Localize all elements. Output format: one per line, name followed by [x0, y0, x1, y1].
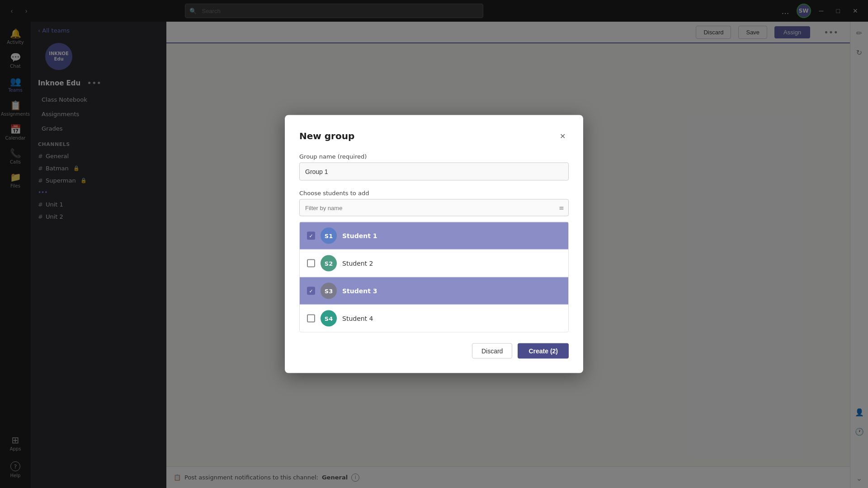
student-row-4[interactable]: S4 Student 4: [300, 305, 568, 332]
group-name-input[interactable]: [299, 163, 569, 181]
student-1-checkbox[interactable]: [307, 232, 315, 240]
student-list: S1 Student 1 S2 Student 2 S3 Student 3 S…: [299, 222, 569, 333]
student-4-checkbox[interactable]: [307, 314, 315, 323]
dialog-close-button[interactable]: ✕: [556, 130, 569, 142]
student-3-avatar: S3: [321, 283, 337, 299]
group-name-label: Group name (required): [299, 153, 569, 160]
filter-icon: ≡: [559, 204, 564, 211]
student-row-2[interactable]: S2 Student 2: [300, 250, 568, 277]
student-3-checkbox[interactable]: [307, 287, 315, 295]
student-3-name: Student 3: [342, 287, 377, 295]
student-4-name: Student 4: [342, 315, 373, 322]
student-1-name: Student 1: [342, 232, 377, 239]
student-row-3[interactable]: S3 Student 3: [300, 277, 568, 305]
filter-row: ≡: [299, 199, 569, 216]
new-group-dialog: New group ✕ Group name (required) Choose…: [285, 115, 583, 373]
student-row-1[interactable]: S1 Student 1: [300, 222, 568, 250]
student-4-avatar: S4: [321, 310, 337, 327]
student-2-checkbox[interactable]: [307, 259, 315, 267]
dialog-discard-button[interactable]: Discard: [472, 343, 512, 359]
dialog-title: New group: [299, 131, 354, 141]
filter-input[interactable]: [299, 199, 569, 216]
dialog-footer: Discard Create (2): [299, 343, 569, 359]
student-2-name: Student 2: [342, 260, 373, 267]
student-1-avatar: S1: [321, 228, 337, 244]
student-2-avatar: S2: [321, 255, 337, 272]
choose-students-label: Choose students to add: [299, 190, 569, 197]
dialog-create-button[interactable]: Create (2): [518, 343, 569, 359]
dialog-header: New group ✕: [299, 130, 569, 142]
